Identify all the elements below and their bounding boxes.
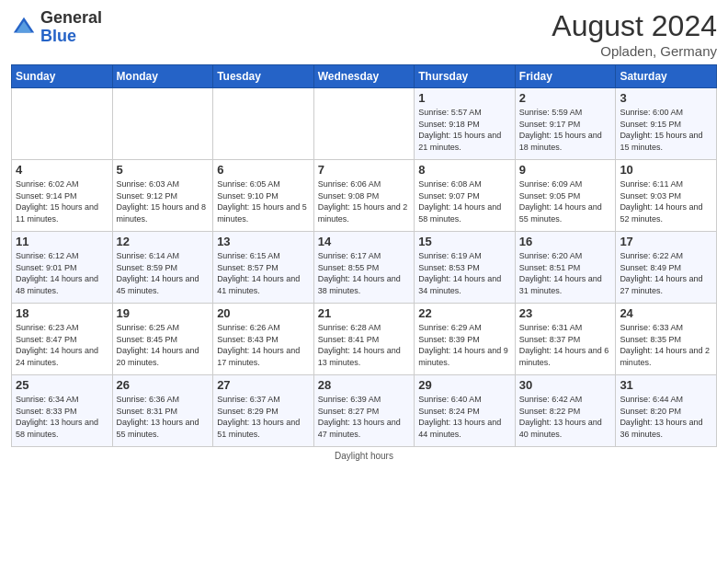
calendar-cell: 25Sunrise: 6:34 AM Sunset: 8:33 PM Dayli… [12, 375, 113, 447]
calendar-week-row: 4Sunrise: 6:02 AM Sunset: 9:14 PM Daylig… [12, 160, 717, 232]
day-info: Sunrise: 6:02 AM Sunset: 9:14 PM Dayligh… [16, 178, 108, 224]
page-header: General Blue August 2024 Opladen, German… [11, 9, 717, 59]
calendar-cell: 20Sunrise: 6:26 AM Sunset: 8:43 PM Dayli… [213, 304, 314, 375]
weekday-header-friday: Friday [515, 65, 616, 88]
day-number: 5 [117, 163, 210, 177]
day-number: 4 [16, 163, 108, 177]
calendar-cell: 29Sunrise: 6:40 AM Sunset: 8:24 PM Dayli… [415, 375, 516, 447]
calendar-cell: 14Sunrise: 6:17 AM Sunset: 8:55 PM Dayli… [313, 232, 415, 304]
calendar-cell: 6Sunrise: 6:05 AM Sunset: 9:10 PM Daylig… [213, 160, 314, 232]
calendar-cell: 26Sunrise: 6:36 AM Sunset: 8:31 PM Dayli… [112, 375, 213, 447]
day-number: 12 [117, 235, 210, 248]
calendar-cell: 5Sunrise: 6:03 AM Sunset: 9:12 PM Daylig… [112, 160, 213, 232]
day-number: 18 [16, 306, 108, 320]
weekday-header-monday: Monday [112, 65, 213, 88]
day-info: Sunrise: 6:34 AM Sunset: 8:33 PM Dayligh… [16, 394, 108, 440]
calendar-cell: 4Sunrise: 6:02 AM Sunset: 9:14 PM Daylig… [12, 160, 113, 232]
day-number: 17 [620, 235, 712, 248]
day-info: Sunrise: 6:15 AM Sunset: 8:57 PM Dayligh… [217, 250, 310, 296]
day-info: Sunrise: 6:26 AM Sunset: 8:43 PM Dayligh… [217, 322, 310, 368]
day-number: 24 [620, 306, 712, 320]
calendar-week-row: 11Sunrise: 6:12 AM Sunset: 9:01 PM Dayli… [12, 232, 717, 304]
day-info: Sunrise: 6:28 AM Sunset: 8:41 PM Dayligh… [318, 322, 411, 368]
day-info: Sunrise: 5:57 AM Sunset: 9:18 PM Dayligh… [418, 107, 511, 153]
day-info: Sunrise: 6:09 AM Sunset: 9:05 PM Dayligh… [519, 178, 612, 224]
logo-text: General Blue [40, 9, 102, 46]
weekday-header-thursday: Thursday [415, 65, 516, 88]
calendar-cell: 11Sunrise: 6:12 AM Sunset: 9:01 PM Dayli… [12, 232, 113, 304]
day-info: Sunrise: 6:39 AM Sunset: 8:27 PM Dayligh… [318, 394, 411, 440]
day-number: 11 [16, 235, 108, 248]
calendar-cell [213, 88, 314, 160]
day-info: Sunrise: 6:37 AM Sunset: 8:29 PM Dayligh… [217, 394, 310, 440]
day-info: Sunrise: 6:17 AM Sunset: 8:55 PM Dayligh… [318, 250, 411, 296]
weekday-header-row: SundayMondayTuesdayWednesdayThursdayFrid… [12, 65, 717, 88]
day-number: 7 [318, 163, 411, 177]
calendar-cell: 16Sunrise: 6:20 AM Sunset: 8:51 PM Dayli… [515, 232, 616, 304]
calendar-week-row: 1Sunrise: 5:57 AM Sunset: 9:18 PM Daylig… [12, 88, 717, 160]
day-number: 25 [16, 378, 108, 392]
day-number: 22 [418, 306, 511, 320]
day-info: Sunrise: 6:22 AM Sunset: 8:49 PM Dayligh… [620, 250, 712, 296]
day-number: 20 [217, 306, 310, 320]
calendar-cell: 2Sunrise: 5:59 AM Sunset: 9:17 PM Daylig… [515, 88, 616, 160]
day-number: 2 [519, 91, 612, 105]
logo-blue: Blue [40, 27, 76, 45]
calendar-cell: 18Sunrise: 6:23 AM Sunset: 8:47 PM Dayli… [12, 304, 113, 375]
day-number: 8 [418, 163, 511, 177]
day-number: 31 [620, 378, 712, 392]
calendar-cell: 12Sunrise: 6:14 AM Sunset: 8:59 PM Dayli… [112, 232, 213, 304]
calendar-cell: 7Sunrise: 6:06 AM Sunset: 9:08 PM Daylig… [313, 160, 415, 232]
calendar-cell: 15Sunrise: 6:19 AM Sunset: 8:53 PM Dayli… [415, 232, 516, 304]
calendar-table: SundayMondayTuesdayWednesdayThursdayFrid… [11, 64, 717, 447]
day-info: Sunrise: 6:08 AM Sunset: 9:07 PM Dayligh… [418, 178, 511, 224]
month-title: August 2024 [552, 9, 717, 43]
weekday-header-saturday: Saturday [616, 65, 717, 88]
weekday-header-sunday: Sunday [12, 65, 113, 88]
calendar-cell: 10Sunrise: 6:11 AM Sunset: 9:03 PM Dayli… [616, 160, 717, 232]
day-info: Sunrise: 6:14 AM Sunset: 8:59 PM Dayligh… [117, 250, 210, 296]
day-number: 6 [217, 163, 310, 177]
calendar-cell: 22Sunrise: 6:29 AM Sunset: 8:39 PM Dayli… [415, 304, 516, 375]
day-info: Sunrise: 6:31 AM Sunset: 8:37 PM Dayligh… [519, 322, 612, 368]
calendar-cell [112, 88, 213, 160]
day-info: Sunrise: 6:25 AM Sunset: 8:45 PM Dayligh… [117, 322, 210, 368]
day-info: Sunrise: 6:06 AM Sunset: 9:08 PM Dayligh… [318, 178, 411, 224]
day-info: Sunrise: 6:20 AM Sunset: 8:51 PM Dayligh… [519, 250, 612, 296]
calendar-cell: 31Sunrise: 6:44 AM Sunset: 8:20 PM Dayli… [616, 375, 717, 447]
logo-icon [11, 15, 37, 40]
calendar-cell: 24Sunrise: 6:33 AM Sunset: 8:35 PM Dayli… [616, 304, 717, 375]
day-info: Sunrise: 6:33 AM Sunset: 8:35 PM Dayligh… [620, 322, 712, 368]
day-info: Sunrise: 6:00 AM Sunset: 9:15 PM Dayligh… [620, 107, 712, 153]
calendar-cell: 17Sunrise: 6:22 AM Sunset: 8:49 PM Dayli… [616, 232, 717, 304]
day-number: 30 [519, 378, 612, 392]
calendar-cell: 30Sunrise: 6:42 AM Sunset: 8:22 PM Dayli… [515, 375, 616, 447]
day-info: Sunrise: 6:36 AM Sunset: 8:31 PM Dayligh… [117, 394, 210, 440]
calendar-cell: 21Sunrise: 6:28 AM Sunset: 8:41 PM Dayli… [313, 304, 415, 375]
day-info: Sunrise: 6:40 AM Sunset: 8:24 PM Dayligh… [418, 394, 511, 440]
calendar-cell: 9Sunrise: 6:09 AM Sunset: 9:05 PM Daylig… [515, 160, 616, 232]
day-number: 1 [418, 91, 511, 105]
calendar-cell: 3Sunrise: 6:00 AM Sunset: 9:15 PM Daylig… [616, 88, 717, 160]
logo: General Blue [11, 9, 102, 46]
calendar-cell: 23Sunrise: 6:31 AM Sunset: 8:37 PM Dayli… [515, 304, 616, 375]
day-number: 26 [117, 378, 210, 392]
day-number: 28 [318, 378, 411, 392]
day-number: 9 [519, 163, 612, 177]
day-number: 23 [519, 306, 612, 320]
day-number: 29 [418, 378, 511, 392]
weekday-header-tuesday: Tuesday [213, 65, 314, 88]
calendar-cell: 13Sunrise: 6:15 AM Sunset: 8:57 PM Dayli… [213, 232, 314, 304]
day-info: Sunrise: 6:29 AM Sunset: 8:39 PM Dayligh… [418, 322, 511, 368]
day-number: 21 [318, 306, 411, 320]
day-number: 10 [620, 163, 712, 177]
day-info: Sunrise: 5:59 AM Sunset: 9:17 PM Dayligh… [519, 107, 612, 153]
day-number: 16 [519, 235, 612, 248]
title-block: August 2024 Opladen, Germany [552, 9, 717, 59]
day-info: Sunrise: 6:12 AM Sunset: 9:01 PM Dayligh… [16, 250, 108, 296]
day-info: Sunrise: 6:19 AM Sunset: 8:53 PM Dayligh… [418, 250, 511, 296]
calendar-cell [313, 88, 415, 160]
day-info: Sunrise: 6:23 AM Sunset: 8:47 PM Dayligh… [16, 322, 108, 368]
day-number: 14 [318, 235, 411, 248]
day-number: 3 [620, 91, 712, 105]
